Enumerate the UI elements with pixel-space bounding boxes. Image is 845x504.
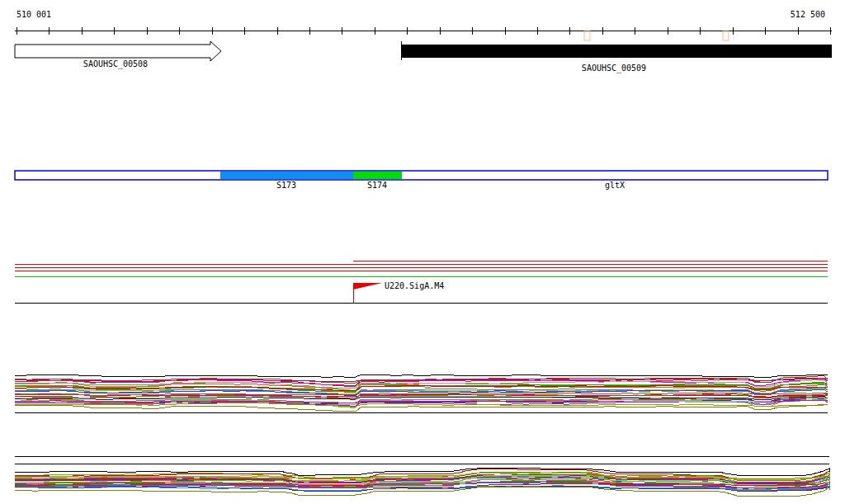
segment-label-s174: S174 <box>367 181 387 190</box>
ruler[interactable] <box>15 27 832 40</box>
genome-browser-canvas <box>0 0 845 504</box>
ruler-marker[interactable] <box>723 31 729 40</box>
gene-arrow-saouhsc-00508[interactable] <box>15 41 221 61</box>
feature-segment-s174[interactable] <box>353 172 402 179</box>
ruler-start-coordinate: 510 001 <box>17 10 51 19</box>
plot-panel-1[interactable] <box>15 374 828 413</box>
ruler-end-coordinate: 512 500 <box>791 10 825 19</box>
genome-browser-window: 510 001 512 500 SAOUHSC_00508 SAOUHSC_00… <box>0 0 845 504</box>
gene-label-saouhsc-00509: SAOUHSC_00509 <box>582 64 646 73</box>
plot-panel-2[interactable] <box>15 457 829 497</box>
segment-label-s173: S173 <box>276 181 296 190</box>
ruler-marker[interactable] <box>584 31 590 40</box>
motif-label: U220.SigA.M4 <box>385 281 444 290</box>
motif-flag-pennant <box>353 283 382 290</box>
segment-label-gltx: gltX <box>605 181 625 190</box>
gene-label-saouhsc-00508: SAOUHSC_00508 <box>83 59 148 68</box>
motif-flag[interactable] <box>353 283 382 303</box>
feature-bar[interactable] <box>15 171 828 180</box>
plot-line <box>15 374 828 377</box>
feature-segment-s173[interactable] <box>220 172 353 179</box>
gene-box-saouhsc-00509[interactable] <box>402 45 832 58</box>
